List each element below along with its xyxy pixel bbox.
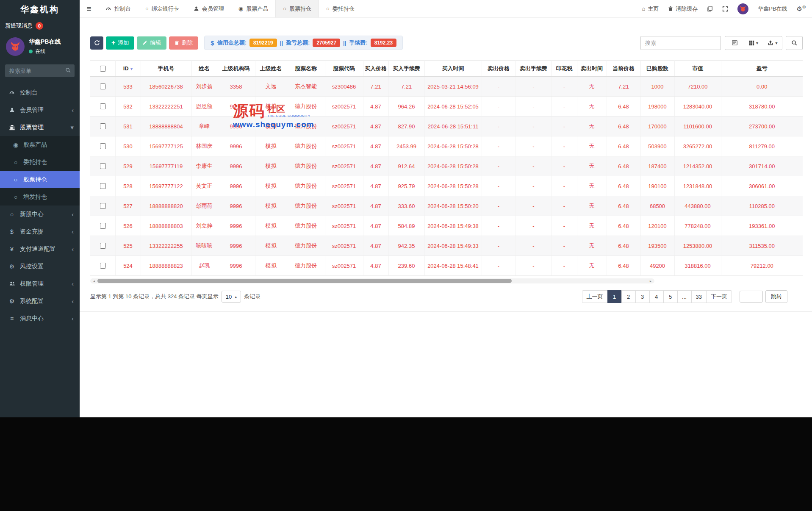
- row-checkbox[interactable]: [100, 263, 106, 269]
- refresh-tab-button[interactable]: [707, 6, 713, 12]
- sidebar-item-message-center[interactable]: ≡消息中心‹: [0, 310, 80, 327]
- search-button[interactable]: [786, 36, 803, 50]
- table-row: 52513322222255咳咳咳9996模拟德力股份sz0025714.879…: [90, 236, 803, 256]
- column-header-9[interactable]: 买入手续费: [388, 61, 424, 77]
- sidebar-item-ipo-center[interactable]: ○新股中心‹: [0, 206, 80, 223]
- tab-stock-products[interactable]: ◉股票产品: [231, 0, 275, 17]
- column-header-3[interactable]: 姓名: [191, 61, 217, 77]
- refresh-button[interactable]: [90, 36, 103, 50]
- table-cell: 6.48: [607, 136, 640, 156]
- detail-view-button[interactable]: [725, 36, 744, 50]
- columns-dropdown-button[interactable]: ▾: [744, 36, 763, 50]
- column-header-14[interactable]: 卖出时间: [577, 61, 607, 77]
- page-button-3[interactable]: 3: [635, 290, 650, 303]
- table-cell: 443880.00: [674, 196, 721, 216]
- pencil-icon: [142, 40, 147, 45]
- table-cell: 2024-06-28 15:50:28: [424, 156, 482, 176]
- sidebar-item-stock-positions[interactable]: ○股票持仓: [0, 171, 80, 188]
- table-search-input[interactable]: [640, 36, 721, 50]
- circle-icon: ○: [283, 6, 286, 12]
- tab-entrust-positions[interactable]: ○委托持仓: [319, 0, 362, 17]
- add-button[interactable]: + 添加: [106, 36, 134, 50]
- sidebar-item-members[interactable]: 会员管理‹: [0, 101, 80, 119]
- tab-stock-positions[interactable]: ○股票持仓: [275, 0, 319, 17]
- column-header-5[interactable]: 上级姓名: [255, 61, 287, 77]
- tab-bind-bank-card[interactable]: ○绑定银行卡: [138, 0, 186, 17]
- scroll-left-arrow[interactable]: ◄: [91, 278, 97, 283]
- row-checkbox[interactable]: [100, 183, 106, 189]
- row-checkbox[interactable]: [100, 223, 106, 229]
- row-checkbox[interactable]: [100, 163, 106, 169]
- sidebar-item-system-config[interactable]: ⚙系统配置‹: [0, 292, 80, 310]
- column-header-15[interactable]: 当前价格: [607, 61, 640, 77]
- prev-page-button[interactable]: 上一页: [582, 290, 608, 303]
- next-page-button[interactable]: 下一页: [706, 290, 732, 303]
- column-header-11[interactable]: 卖出价格: [482, 61, 515, 77]
- table-cell: 15697777125: [141, 136, 191, 156]
- settings-gears-button[interactable]: ⚙⚙: [797, 5, 806, 13]
- sidebar-item-issue-positions[interactable]: ○增发持仓: [0, 188, 80, 206]
- column-header-16[interactable]: 已购股数: [640, 61, 674, 77]
- export-dropdown-button[interactable]: ▾: [763, 36, 782, 50]
- row-checkbox[interactable]: [100, 143, 106, 149]
- page-button-5[interactable]: 5: [663, 290, 678, 303]
- column-header-12[interactable]: 卖出手续费: [515, 61, 551, 77]
- sidebar-item-permissions[interactable]: 权限管理‹: [0, 275, 80, 292]
- page-button-33[interactable]: 33: [691, 290, 707, 303]
- sidebar-item-risk-settings[interactable]: ⚙风控设置: [0, 258, 80, 275]
- column-header-2[interactable]: 手机号: [141, 61, 191, 77]
- withdraw-notice-link[interactable]: 新提现消息 0: [0, 19, 80, 34]
- column-header-10[interactable]: 买入时间: [424, 61, 482, 77]
- column-header-4[interactable]: 上级机构码: [217, 61, 255, 77]
- scroll-right-arrow[interactable]: ►: [648, 278, 654, 283]
- table-cell: -: [551, 256, 577, 276]
- refresh-icon: [94, 40, 100, 46]
- table-cell: sz002571: [325, 216, 363, 236]
- fullscreen-button[interactable]: [722, 6, 728, 12]
- page-size-select[interactable]: 10 ▴: [222, 291, 241, 303]
- column-header-1[interactable]: ID▾: [115, 61, 141, 77]
- column-header-13[interactable]: 印花税: [551, 61, 577, 77]
- tab-dashboard[interactable]: 控制台: [98, 0, 138, 17]
- column-header-18[interactable]: 盈亏: [721, 61, 803, 77]
- row-checkbox[interactable]: [100, 83, 106, 89]
- row-checkbox[interactable]: [100, 103, 106, 109]
- sidebar-item-entrust-positions[interactable]: ○委托持仓: [0, 153, 80, 171]
- sidebar-item-label: 新股中心: [20, 211, 44, 218]
- table-controls: ▾ ▾: [640, 36, 803, 50]
- column-header-6[interactable]: 股票名称: [287, 61, 325, 77]
- row-checkbox[interactable]: [100, 123, 106, 129]
- column-header-17[interactable]: 市值: [674, 61, 721, 77]
- column-header-7[interactable]: 股票代码: [325, 61, 363, 77]
- column-header-label: ID: [123, 65, 129, 72]
- sidebar-item-stocks[interactable]: 股票管理▾: [0, 119, 80, 136]
- edit-button[interactable]: 编辑: [137, 36, 166, 50]
- navbar-avatar[interactable]: [737, 3, 748, 14]
- row-checkbox[interactable]: [100, 203, 106, 209]
- horizontal-scrollbar[interactable]: ◄ ►: [90, 278, 654, 283]
- page-button-2[interactable]: 2: [621, 290, 636, 303]
- sidebar-toggle-button[interactable]: ≡: [80, 0, 98, 17]
- sidebar-item-stock-products[interactable]: ◉股票产品: [0, 136, 80, 153]
- page-button-4[interactable]: 4: [649, 290, 664, 303]
- scrollbar-thumb[interactable]: [97, 279, 512, 283]
- page-button-1[interactable]: 1: [607, 290, 622, 303]
- sidebar-item-dashboard[interactable]: 控制台: [0, 84, 80, 101]
- column-header-8[interactable]: 买入价格: [363, 61, 388, 77]
- tab-members[interactable]: 会员管理: [186, 0, 231, 17]
- navbar-user-name[interactable]: 华鑫PB在线: [758, 5, 787, 13]
- jump-page-input[interactable]: [740, 291, 763, 303]
- sidebar-item-payment-channels[interactable]: ¥支付通道配置‹: [0, 240, 80, 258]
- jump-button[interactable]: 跳转: [765, 290, 787, 303]
- table-row: 53213322222251恩恩额9996模拟德力股份sz0025714.879…: [90, 97, 803, 117]
- row-checkbox[interactable]: [100, 243, 106, 249]
- sidebar-item-funds[interactable]: $资金充提‹: [0, 223, 80, 240]
- list-icon: ≡: [8, 315, 16, 322]
- delete-button[interactable]: 删除: [169, 36, 198, 50]
- home-link[interactable]: ⌂ 主页: [642, 5, 659, 13]
- ellipsis-button[interactable]: ...: [677, 290, 692, 303]
- menu-search-input[interactable]: [5, 64, 75, 77]
- select-all-checkbox[interactable]: [100, 66, 106, 72]
- clear-cache-button[interactable]: 清除缓存: [668, 5, 698, 13]
- table-cell: 2024-06-28 15:49:38: [424, 216, 482, 236]
